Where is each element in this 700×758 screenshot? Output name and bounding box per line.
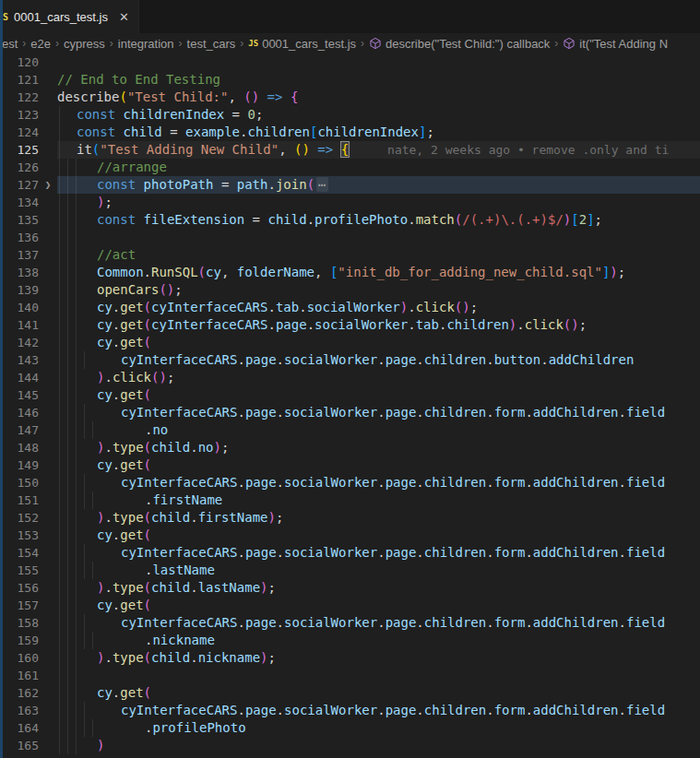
chevron-slot: [39, 509, 57, 527]
token: .: [377, 703, 385, 717]
token: children: [424, 615, 486, 630]
code-line[interactable]: 165): [0, 737, 700, 754]
token: addChildren: [533, 615, 619, 630]
vscode-window: JS 0001_cars_test.js ✕ est›e2e›cypress›i…: [0, 0, 700, 758]
token: .: [408, 300, 415, 314]
code-text: ).type(child.firstName);: [57, 509, 283, 527]
code-line[interactable]: 154cyInterfaceCARS.page.socialWorker.pag…: [0, 544, 700, 562]
code-line[interactable]: 152).type(child.firstName);: [0, 509, 700, 527]
code-line[interactable]: 156).type(child.lastName);: [0, 579, 700, 597]
code-line[interactable]: 150cyInterfaceCARS.page.socialWorker.pag…: [0, 474, 700, 492]
breadcrumb-separator-icon: ›: [55, 37, 59, 50]
token: get: [120, 335, 143, 349]
code-line[interactable]: 138Common.RunSQL(cy, folderName, ["init_…: [0, 264, 700, 281]
chevron-slot: [39, 106, 57, 124]
code-line[interactable]: 127❯const photoPath = path.join(⋯: [0, 176, 700, 194]
tab-0001-cars-test[interactable]: JS 0001_cars_test.js ✕: [0, 0, 139, 33]
line-number: 142: [0, 334, 39, 351]
code-text: cy.get(cyInterfaceCARS.page.socialWorker…: [57, 316, 587, 334]
code-line[interactable]: 162cy.get(: [0, 684, 700, 702]
code-text: const childrenIndex = 0;: [57, 106, 263, 124]
code-line[interactable]: 164.profilePhoto: [0, 719, 700, 737]
breadcrumb-item[interactable]: describe("Test Child:") callback: [369, 37, 550, 51]
gutter: 151: [0, 492, 57, 509]
token: .: [190, 580, 197, 595]
code-line[interactable]: 153cy.get(: [0, 527, 700, 544]
code-line[interactable]: 122describe("Test Child:", () => {: [0, 89, 700, 106]
code-line[interactable]: 135const fileExtension = child.profilePh…: [0, 211, 700, 229]
code-line[interactable]: 141cy.get(cyInterfaceCARS.page.socialWor…: [0, 316, 700, 334]
code-line[interactable]: 143cyInterfaceCARS.page.socialWorker.pag…: [0, 351, 700, 369]
code-line[interactable]: 151.firstName: [0, 492, 700, 509]
code-line[interactable]: 146cyInterfaceCARS.page.socialWorker.pag…: [0, 404, 700, 421]
token: cyInterfaceCARS: [121, 615, 237, 630]
token: children: [424, 405, 486, 420]
code-line[interactable]: 144).click();: [0, 369, 700, 386]
line-number: 162: [0, 684, 39, 702]
token: page: [386, 475, 417, 490]
token: .: [104, 440, 112, 455]
chevron-slot: [39, 299, 57, 316]
code-line[interactable]: 137//act: [0, 246, 700, 264]
token: //act: [97, 247, 136, 262]
chevron-slot: [39, 316, 57, 334]
token: .: [416, 703, 423, 717]
code-text: cyInterfaceCARS.page.socialWorker.page.c…: [57, 702, 665, 719]
code-line[interactable]: 124const child = example.children[childr…: [0, 124, 700, 141]
token: .: [277, 405, 284, 420]
gutter: 126: [0, 159, 57, 176]
token: .: [486, 475, 493, 490]
token: ,: [279, 142, 294, 157]
code-line[interactable]: 148).type(child.no);: [0, 439, 700, 456]
token: const: [77, 124, 115, 139]
code-line[interactable]: 158cyInterfaceCARS.page.socialWorker.pag…: [0, 614, 700, 632]
code-line[interactable]: 121// End to End Testing: [0, 71, 700, 89]
token: cy: [97, 598, 113, 612]
breadcrumb-item[interactable]: cypress: [64, 37, 105, 51]
token: const: [77, 107, 115, 122]
code-content: cyInterfaceCARS.page.socialWorker.page.c…: [57, 351, 700, 369]
line-number: 141: [0, 316, 39, 334]
code-line[interactable]: 123const childrenIndex = 0;: [0, 106, 700, 124]
token: .: [619, 405, 626, 420]
code-line[interactable]: 140cy.get(cyInterfaceCARS.tab.socialWork…: [0, 299, 700, 316]
code-line[interactable]: 147.no: [0, 421, 700, 439]
token: ): [213, 440, 220, 455]
line-number: 152: [0, 509, 39, 527]
code-line[interactable]: 157cy.get(: [0, 597, 700, 614]
line-number: 154: [0, 544, 39, 562]
code-line[interactable]: 134);: [0, 194, 700, 211]
breadcrumb-item[interactable]: integration: [118, 37, 174, 51]
close-icon[interactable]: ✕: [119, 11, 129, 23]
code-line[interactable]: 125it("Test Adding New Child", () => {na…: [0, 141, 700, 159]
code-text: //arrange: [57, 159, 167, 176]
breadcrumb-item[interactable]: test_cars: [187, 37, 236, 51]
code-line[interactable]: 126//arrange: [0, 159, 700, 176]
code-line[interactable]: 159.nickname: [0, 632, 700, 649]
token: .: [237, 545, 244, 560]
code-line[interactable]: 136: [0, 229, 700, 246]
code-line[interactable]: 163cyInterfaceCARS.page.socialWorker.pag…: [0, 702, 700, 719]
code-line[interactable]: 120: [0, 53, 700, 71]
breadcrumb-item[interactable]: it("Test Adding N: [563, 37, 668, 51]
code-line[interactable]: 145cy.get(: [0, 386, 700, 404]
code-line[interactable]: 155.lastName: [0, 562, 700, 579]
code-line[interactable]: 142cy.get(: [0, 334, 700, 351]
code-line[interactable]: 139openCars();: [0, 281, 700, 299]
breadcrumb-label: 0001_cars_test.js: [262, 37, 356, 51]
code-editor[interactable]: 120121// End to End Testing122describe("…: [0, 53, 700, 758]
code-line[interactable]: 149cy.get(: [0, 456, 700, 474]
breadcrumb-item[interactable]: JS0001_cars_test.js: [248, 37, 356, 51]
code-content: const fileExtension = child.profilePhoto…: [57, 211, 700, 229]
gutter: 127❯: [0, 176, 57, 194]
gutter: 165: [0, 737, 57, 754]
breadcrumb-item[interactable]: est: [2, 37, 18, 51]
folded-code-ellipsis[interactable]: ⋯: [316, 177, 327, 192]
code-line[interactable]: 161: [0, 667, 700, 684]
token: [: [571, 212, 578, 227]
line-number: 135: [0, 211, 39, 229]
code-line[interactable]: 160).type(child.nickname);: [0, 649, 700, 667]
fold-chevron-icon[interactable]: ❯: [39, 176, 57, 194]
token: "init_db_for_adding_new_child.sql": [338, 265, 602, 279]
breadcrumb-item[interactable]: e2e: [30, 37, 51, 51]
